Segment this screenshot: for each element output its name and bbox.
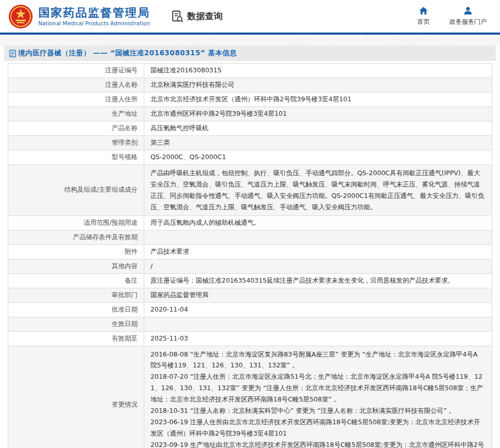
- nav-item-label: 首页: [417, 18, 430, 26]
- site-header: 国家药品监督管理局 National Medical Products Admi…: [0, 0, 500, 33]
- row-value: 北京秋满实医疗科技有限公司: [144, 78, 492, 92]
- table-row: 注册人名称 北京秋满实医疗科技有限公司: [8, 78, 492, 92]
- user-icon: [463, 6, 473, 16]
- row-value: 产品技术要求: [144, 244, 492, 259]
- nav-item-label: 政务服务门户: [449, 18, 487, 26]
- table-row: 注册证编号 国械注准20163080315: [8, 64, 492, 78]
- row-value: 高压氧舱气控呼吸机: [144, 121, 492, 136]
- document-search-icon: [171, 10, 184, 23]
- row-label: 生效日期: [8, 317, 144, 331]
- row-value: 原注册证编号：国械注准20163540315延续注册产品技术要求未发生变化，沿用…: [144, 273, 492, 288]
- table-row: 产品储存条件及有效期: [8, 230, 492, 244]
- table-row: 产品名称 高压氧舱气控呼吸机: [8, 121, 492, 136]
- page-title-bar: 境内医疗器械（注册） —— “国械注准20163080315” 基本信息: [4, 45, 496, 61]
- data-query-label: 数据查询: [187, 10, 222, 22]
- row-label: 注册证编号: [8, 64, 144, 78]
- registration-info-table: 注册证编号 国械注准20163080315 注册人名称 北京秋满实医疗科技有限公…: [8, 63, 492, 448]
- table-row: 有效期至 2025-11-03: [8, 331, 492, 346]
- org-name-en: National Medical Products Administration: [38, 20, 150, 26]
- row-value: 北京市通州区环科中路2号院39号楼3至4层101: [144, 107, 492, 121]
- site-logo[interactable]: 国家药品监督管理局 National Medical Products Admi…: [8, 4, 150, 29]
- table-row: 型号规格 QS-2000C、QS-2000C1: [8, 150, 492, 165]
- row-label: 产品储存条件及有效期: [8, 230, 144, 244]
- table-row: 审批部门 国家药品监督管理局: [8, 288, 492, 302]
- row-label: 注册人名称: [8, 78, 144, 92]
- row-label: 附件: [8, 244, 144, 259]
- nav-item-home[interactable]: 首页: [417, 6, 430, 26]
- table-row: 管理类别 第三类: [8, 136, 492, 150]
- header-nav: 首页 政务服务门户: [417, 6, 491, 26]
- nav-item-gov-portal[interactable]: 政务服务门户: [449, 6, 487, 26]
- row-label: 适用范围/预期用途: [8, 215, 144, 230]
- home-icon: [419, 6, 428, 16]
- table-row: 结构及组成/主要组成成分 产品由呼吸机主机组成，包括控制、执行、吸引负压、手动通…: [8, 165, 492, 216]
- table-row: 生产地址 北京市通州区环科中路2号院39号楼3至4层101: [8, 107, 492, 121]
- table-row: 适用范围/预期用途 用于高压氧舱内成人的辅助机械通气。: [8, 215, 492, 230]
- table-row: 批准日期 2020-11-04: [8, 302, 492, 317]
- page-title: 境内医疗器械（注册） —— “国械注准20163080315” 基本信息: [18, 49, 237, 58]
- background-hatch-band: [0, 35, 500, 45]
- row-value: [144, 230, 492, 244]
- row-value: 国械注准20163080315: [144, 64, 492, 78]
- row-label: 备注: [8, 273, 144, 288]
- row-label: 审批部门: [8, 288, 144, 302]
- row-value: 用于高压氧舱内成人的辅助机械通气。: [144, 215, 492, 230]
- row-label: 产品名称: [8, 121, 144, 136]
- row-value: 2016-08-08 “生产地址：北京市海淀区复兴路83号附属A座三层” 变更为…: [144, 346, 492, 448]
- row-label: 管理类别: [8, 136, 144, 150]
- row-value: 2020-11-04: [144, 302, 492, 317]
- row-value: 产品由呼吸机主机组成，包括控制、执行、吸引负压、手动通气四部分。QS-2000C…: [144, 165, 492, 216]
- row-value: 北京市北京经济技术开发区（通州）环科中路2号院39号楼3至4层101: [144, 92, 492, 107]
- row-label: 注册人住所: [8, 92, 144, 107]
- row-value: 2025-11-03: [144, 331, 492, 346]
- table-row: 备注 原注册证编号：国械注准20163540315延续注册产品技术要求未发生变化…: [8, 273, 492, 288]
- row-value: QS-2000C、QS-2000C1: [144, 150, 492, 165]
- row-label: 批准日期: [8, 302, 144, 317]
- row-label: 生产地址: [8, 107, 144, 121]
- table-row: 注册人住所 北京市北京经济技术开发区（通州）环科中路2号院39号楼3至4层101: [8, 92, 492, 107]
- row-label: 结构及组成/主要组成成分: [8, 165, 144, 216]
- national-emblem-icon: [8, 4, 33, 29]
- row-value: /: [144, 259, 492, 273]
- document-icon: [9, 50, 16, 57]
- row-value: [144, 317, 492, 331]
- org-names: 国家药品监督管理局 National Medical Products Admi…: [38, 6, 150, 26]
- row-label: 型号规格: [8, 150, 144, 165]
- row-label: 变更情况: [8, 346, 144, 448]
- table-row: 其他内容 /: [8, 259, 492, 273]
- data-query-section[interactable]: 数据查询: [171, 10, 222, 23]
- row-label: 有效期至: [8, 331, 144, 346]
- row-value: 国家药品监督管理局: [144, 288, 492, 302]
- table-row: 生效日期: [8, 317, 492, 331]
- org-name-cn: 国家药品监督管理局: [38, 6, 150, 19]
- table-row-change-history: 变更情况 2016-08-08 “生产地址：北京市海淀区复兴路83号附属A座三层…: [8, 346, 492, 448]
- table-row: 附件 产品技术要求: [8, 244, 492, 259]
- row-label: 其他内容: [8, 259, 144, 273]
- row-value: 第三类: [144, 136, 492, 150]
